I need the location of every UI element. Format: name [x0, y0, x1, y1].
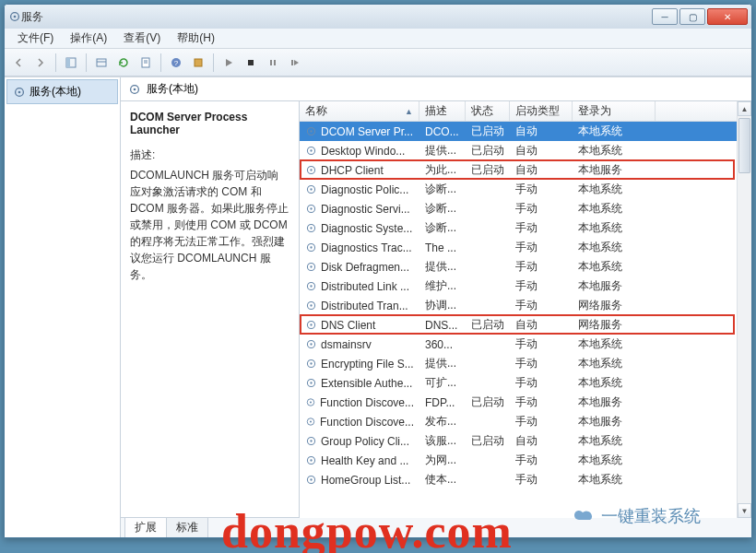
service-row[interactable]: Diagnostic Servi...诊断...手动本地系统 [300, 199, 751, 218]
col-desc[interactable]: 描述 [419, 101, 466, 121]
service-row[interactable]: Extensible Authe...可扩...手动本地系统 [300, 373, 751, 393]
back-button[interactable] [8, 53, 29, 73]
cell-start: 手动 [510, 336, 573, 352]
service-row[interactable]: Diagnostics Trac...The ...手动本地系统 [300, 238, 751, 257]
start-button[interactable] [219, 53, 239, 73]
cell-logon: 本地系统 [573, 433, 656, 449]
cell-name: Group Policy Cli... [300, 435, 419, 448]
cell-desc: 360... [419, 338, 466, 351]
titlebar[interactable]: 服务 ─ ▢ ✕ [5, 5, 751, 29]
service-row[interactable]: Desktop Windo...提供...已启动自动本地系统 [300, 141, 751, 160]
description-text: DCOMLAUNCH 服务可启动响应对象激活请求的 COM 和 DCOM 服务器… [130, 167, 289, 283]
col-status[interactable]: 状态 [466, 101, 510, 121]
main-title: 服务(本地) [147, 81, 198, 97]
cell-desc: 诊断... [419, 201, 466, 217]
svg-point-55 [310, 459, 312, 461]
cell-name: Diagnostics Trac... [300, 241, 419, 254]
scroll-up-button[interactable]: ▲ [738, 101, 751, 116]
main-header: 服务(本地) [121, 77, 751, 101]
list-body[interactable]: DCOM Server Pr...DCO...已启动自动本地系统Desktop … [300, 122, 751, 518]
tab-extended[interactable]: 扩展 [124, 517, 167, 537]
service-row[interactable]: Health Key and ...为网...手动本地系统 [300, 451, 751, 470]
description-label: 描述: [130, 147, 289, 163]
service-row[interactable]: HomeGroup List...使本...手动本地系统 [300, 470, 751, 489]
cell-logon: 本地系统 [573, 201, 656, 217]
service-row[interactable]: Group Policy Cli...该服...已启动自动本地系统 [300, 431, 751, 451]
cell-logon: 本地系统 [573, 182, 656, 197]
cell-start: 手动 [510, 182, 573, 197]
help2-button[interactable] [188, 53, 208, 73]
refresh-button[interactable] [113, 53, 134, 73]
scroll-track[interactable] [738, 116, 751, 503]
service-row[interactable]: Distributed Tran...协调...手动网络服务 [300, 296, 751, 315]
cell-desc: 提供... [419, 143, 466, 159]
menu-file[interactable]: 文件(F) [10, 29, 61, 48]
cell-name: Function Discove... [300, 416, 419, 429]
cell-name: Desktop Windo... [300, 145, 419, 158]
service-row[interactable]: DNS ClientDNS...已启动自动网络服务 [300, 315, 751, 335]
cell-start: 手动 [510, 220, 573, 236]
col-start[interactable]: 启动类型 [510, 101, 573, 121]
cell-name: DNS Client [300, 319, 419, 332]
svg-point-33 [310, 246, 312, 248]
service-row[interactable]: Function Discove...发布...手动本地服务 [300, 412, 751, 431]
close-button[interactable]: ✕ [707, 8, 748, 25]
service-row[interactable]: Diagnostic Polic...诊断...手动本地系统 [300, 180, 751, 199]
cell-logon: 本地系统 [573, 259, 656, 275]
cell-logon: 网络服务 [573, 298, 656, 313]
service-row[interactable]: Distributed Link ...维护...手动本地服务 [300, 276, 751, 296]
vertical-scrollbar[interactable]: ▲ ▼ [737, 101, 751, 518]
cell-logon: 本地系统 [573, 143, 656, 159]
cell-desc: 提供... [419, 259, 466, 275]
cell-start: 手动 [510, 298, 573, 313]
svg-point-57 [310, 478, 312, 480]
svg-point-1 [14, 16, 17, 18]
service-row[interactable]: Function Discove...FDP...已启动手动本地服务 [300, 393, 751, 412]
forward-button[interactable] [30, 53, 51, 73]
service-row[interactable]: dsmainsrv360...手动本地系统 [300, 335, 751, 354]
svg-point-29 [310, 207, 312, 209]
minimize-button[interactable]: ─ [652, 8, 678, 25]
nav-tree[interactable]: 服务(本地) [5, 77, 121, 537]
gear-icon [13, 86, 26, 99]
cell-logon: 本地系统 [573, 453, 656, 468]
scroll-thumb[interactable] [738, 118, 750, 173]
cell-start: 自动 [510, 317, 573, 333]
help-button[interactable]: ? [166, 53, 186, 73]
menu-action[interactable]: 操作(A) [63, 29, 114, 48]
menu-view[interactable]: 查看(V) [116, 29, 168, 48]
properties-button[interactable] [136, 53, 156, 73]
svg-point-37 [310, 285, 312, 287]
restart-button[interactable] [285, 53, 305, 73]
service-row[interactable]: DHCP Client为此...已启动自动本地服务 [300, 160, 751, 180]
svg-point-27 [310, 188, 312, 190]
scroll-down-button[interactable]: ▼ [738, 503, 751, 518]
separator [213, 53, 214, 72]
cell-desc: 发布... [419, 414, 466, 429]
cell-start: 手动 [510, 453, 573, 468]
nav-root[interactable]: 服务(本地) [6, 79, 118, 104]
svg-point-51 [310, 420, 312, 422]
menu-help[interactable]: 帮助(H) [170, 29, 222, 48]
body: 服务(本地) 服务(本地) DCOM Server Process Launch… [5, 76, 751, 537]
tab-standard[interactable]: 标准 [166, 517, 208, 537]
service-row[interactable]: Disk Defragmen...提供...手动本地系统 [300, 257, 751, 276]
list-pane: 名称▲ 描述 状态 启动类型 登录为 DCOM Server Pr...DCO.… [300, 101, 751, 518]
svg-point-41 [310, 324, 312, 325]
service-row[interactable]: Encrypting File S...提供...手动本地系统 [300, 354, 751, 373]
col-name[interactable]: 名称▲ [300, 101, 419, 121]
maximize-button[interactable]: ▢ [679, 8, 705, 25]
cell-name: Encrypting File S... [300, 358, 419, 371]
stop-button[interactable] [241, 53, 261, 73]
pause-button[interactable] [263, 53, 283, 73]
cell-name: Extensible Authe... [300, 377, 419, 390]
menubar: 文件(F) 操作(A) 查看(V) 帮助(H) [5, 29, 751, 49]
col-logon[interactable]: 登录为 [573, 101, 656, 121]
main-pane: 服务(本地) DCOM Server Process Launcher 描述: … [121, 77, 751, 537]
service-row[interactable]: DCOM Server Pr...DCO...已启动自动本地系统 [300, 122, 751, 141]
export-button[interactable] [91, 53, 112, 73]
show-hide-button[interactable] [61, 53, 81, 73]
svg-point-25 [310, 169, 312, 171]
cell-desc: 维护... [419, 278, 466, 294]
service-row[interactable]: Diagnostic Syste...诊断...手动本地系统 [300, 218, 751, 238]
